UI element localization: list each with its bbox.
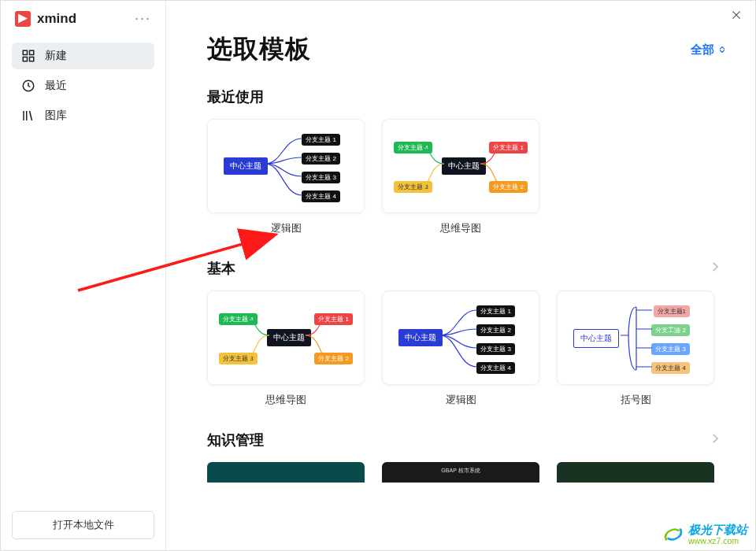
svg-rect-0 (23, 50, 27, 54)
library-icon (21, 109, 35, 123)
template-card-knowledge[interactable]: GBAP 核市系统 (382, 462, 539, 483)
filter-dropdown[interactable]: 全部 (691, 43, 727, 57)
grid-icon (21, 49, 35, 63)
section-recent-head: 最近使用 (207, 87, 727, 106)
watermark: 极光下载站 www.xz7.com (663, 523, 747, 545)
template-thumb: 中心主题 分支主题 4 分支主题 3 分支主题 1 分支主题 2 (207, 290, 365, 385)
template-card-knowledge[interactable] (207, 462, 365, 483)
page-title: 选取模板 (207, 32, 311, 67)
sort-icon (717, 45, 727, 54)
template-label: 逻辑图 (271, 221, 302, 235)
watermark-text: 极光下载站 www.xz7.com (688, 523, 747, 545)
template-label: 思维导图 (440, 221, 481, 235)
watermark-logo-icon (663, 526, 684, 543)
section-basic-head: 基本 (207, 259, 727, 278)
knowledge-cards: GBAP 核市系统 (207, 462, 727, 483)
section-title: 知识管理 (207, 431, 264, 449)
section-title: 最近使用 (207, 87, 264, 106)
title-row: 选取模板 全部 (207, 32, 727, 67)
template-card-bracket[interactable]: 中心主题 分支主题1 分支工油 2 分支主题 3 分支主题 4 括号图 (557, 290, 714, 407)
template-label: 逻辑图 (446, 393, 476, 407)
basic-cards: 中心主题 分支主题 4 分支主题 3 分支主题 1 分支主题 2 思维导图 (207, 290, 727, 407)
chevron-right-icon[interactable] (708, 260, 727, 277)
main-panel: 选取模板 全部 最近使用 中心主题 分支主题 1 分支主题 2 分支主题 3 分… (166, 1, 755, 550)
template-label: 括号图 (621, 393, 651, 407)
template-card-knowledge[interactable] (557, 462, 714, 483)
thumb-caption: GBAP 核市系统 (441, 467, 480, 475)
sidebar-footer: 打开本地文件 (1, 500, 165, 550)
sidebar-item-new[interactable]: 新建 (12, 43, 154, 69)
app-logo-icon (15, 11, 31, 27)
template-card-logic[interactable]: 中心主题 分支主题 1 分支主题 2 分支主题 3 分支主题 4 逻辑图 (207, 119, 365, 235)
sidebar: xmind ··· 新建 最近 图库 打开本地文件 (1, 1, 166, 550)
sidebar-nav: 新建 最近 图库 (1, 36, 165, 135)
filter-label: 全部 (691, 43, 714, 57)
sidebar-item-label: 新建 (45, 49, 67, 63)
template-card-mindmap[interactable]: 中心主题 分支主题 4 分支主题 3 分支主题 1 分支主题 2 思维导图 (207, 290, 365, 407)
template-thumb: 中心主题 分支主题 1 分支主题 2 分支主题 3 分支主题 4 (382, 290, 539, 385)
sidebar-item-label: 图库 (45, 109, 67, 123)
svg-rect-2 (23, 57, 27, 61)
template-card-logic[interactable]: 中心主题 分支主题 1 分支主题 2 分支主题 3 分支主题 4 逻辑图 (382, 290, 539, 407)
connector-lines-icon (208, 120, 365, 213)
watermark-line2: www.xz7.com (688, 536, 747, 545)
bracket-icon (558, 291, 714, 385)
sidebar-header: xmind ··· (1, 1, 165, 36)
section-knowledge-head: 知识管理 (207, 431, 727, 449)
svg-rect-3 (30, 57, 34, 61)
open-local-file-button[interactable]: 打开本地文件 (12, 511, 154, 539)
template-label: 思维导图 (265, 393, 306, 407)
clock-icon (21, 79, 35, 93)
template-card-mindmap[interactable]: 中心主题 分支主题 4 分支主题 3 分支主题 1 分支主题 2 思维导图 (382, 119, 539, 235)
template-thumb: 中心主题 分支主题 1 分支主题 2 分支主题 3 分支主题 4 (207, 119, 365, 213)
sidebar-item-recent[interactable]: 最近 (12, 72, 154, 99)
sidebar-item-label: 最近 (45, 79, 67, 93)
connector-lines-icon (383, 120, 539, 213)
chevron-right-icon[interactable] (708, 431, 727, 449)
section-title: 基本 (207, 259, 235, 278)
content-scroll[interactable]: 选取模板 全部 最近使用 中心主题 分支主题 1 分支主题 2 分支主题 3 分… (166, 1, 755, 550)
app-name: xmind (37, 11, 76, 27)
connector-lines-icon (383, 291, 539, 385)
template-thumb: 中心主题 分支主题1 分支工油 2 分支主题 3 分支主题 4 (557, 290, 714, 385)
sidebar-more-icon[interactable]: ··· (135, 10, 151, 27)
connector-lines-icon (208, 291, 365, 385)
sidebar-item-library[interactable]: 图库 (12, 102, 154, 129)
svg-rect-1 (30, 50, 34, 54)
recent-cards: 中心主题 分支主题 1 分支主题 2 分支主题 3 分支主题 4 逻辑图 (207, 119, 727, 235)
template-thumb: 中心主题 分支主题 4 分支主题 3 分支主题 1 分支主题 2 (382, 119, 539, 213)
